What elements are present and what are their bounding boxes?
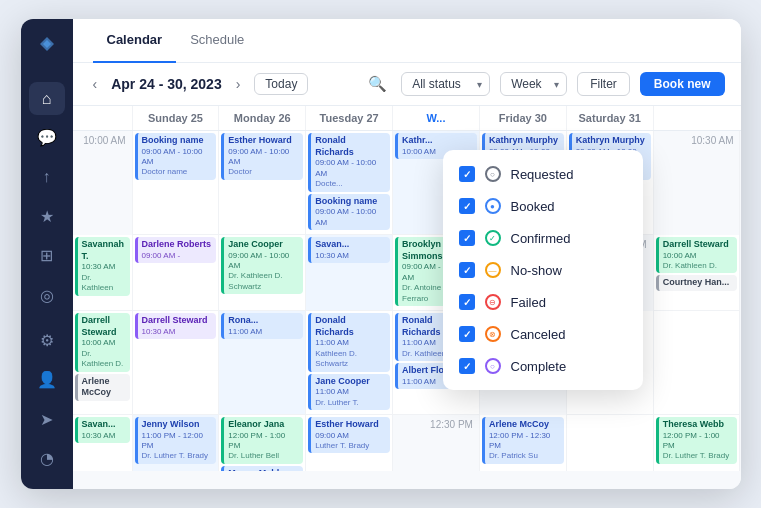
chart-icon[interactable]: ◔ — [29, 442, 65, 475]
cell-tue-1200[interactable]: Savan... 10:30 AM — [73, 415, 133, 471]
dot-failed: ⊖ — [485, 294, 501, 310]
cell-mon-1100[interactable]: Darrell Steward 10:00 AM Dr. Kathleen D.… — [73, 311, 133, 415]
app-window: ⌂ 💬 ↑ ★ ⊞ ◎ ⚙ 👤 ➤ ◔ Calendar Schedule ‹ … — [21, 19, 741, 489]
appt-courtney-sun[interactable]: Courtney Han... — [656, 275, 738, 291]
date-range: Apr 24 - 30, 2023 — [111, 76, 222, 92]
cell-wed-1030[interactable]: Savan... 10:30 AM — [306, 235, 393, 311]
home-icon[interactable]: ⌂ — [29, 82, 65, 115]
settings-icon[interactable]: ⚙ — [29, 324, 65, 357]
app-logo — [36, 33, 58, 60]
users-icon[interactable]: 👤 — [29, 363, 65, 396]
search-icon[interactable]: 🔍 — [364, 71, 391, 97]
sidebar: ⌂ 💬 ↑ ★ ⊞ ◎ ⚙ 👤 ➤ ◔ — [21, 19, 73, 489]
checkbox-complete — [459, 358, 475, 374]
appt-arlene-mon[interactable]: Arlene McCoy — [75, 374, 130, 401]
appt-esther[interactable]: Esther Howard 09:00 AM - 10:00 AM Doctor — [221, 133, 303, 180]
checkbox-booked — [459, 198, 475, 214]
status-item-complete[interactable]: ○ Complete — [443, 350, 643, 382]
appt-darrell-tue[interactable]: Darrell Steward 10:30 AM — [135, 313, 217, 339]
status-label-confirmed: Confirmed — [511, 231, 571, 246]
status-item-failed[interactable]: ⊖ Failed — [443, 286, 643, 318]
cell-fri-1100[interactable]: Donald Richards 11:00 AM Kathleen D. Sch… — [306, 311, 393, 415]
status-select-wrapper: All status — [401, 72, 490, 96]
grid-header: Sunday 25 Monday 26 Tuesday 27 W... Frid… — [73, 106, 741, 131]
day-header-4: Friday 30 — [480, 106, 567, 130]
appt-donald-fri[interactable]: Donald Richards 11:00 AM Kathleen D. Sch… — [308, 313, 390, 372]
cell-tue-1100[interactable]: Darrell Steward 10:30 AM — [133, 311, 220, 415]
next-arrow[interactable]: › — [232, 74, 245, 94]
appt-rona-wed[interactable]: Rona... 11:00 AM — [221, 313, 303, 339]
calendar-header: ‹ Apr 24 - 30, 2023 › Today 🔍 All status… — [73, 63, 741, 106]
appt-jenny[interactable]: Jenny Wilson 11:00 PM - 12:00 PM Dr. Lut… — [135, 417, 217, 464]
status-item-canceled[interactable]: ⊗ Canceled — [443, 318, 643, 350]
today-button[interactable]: Today — [254, 73, 308, 95]
cell-sun-1100[interactable]: Darrell Steward 10:00 AM Dr. Kathleen D.… — [654, 235, 741, 311]
appt-moses[interactable]: Moses Maldon... 11:00 AM Dr. Luther — [221, 466, 303, 471]
status-select[interactable]: All status — [401, 72, 490, 96]
appt-savan-wed[interactable]: Savan... 10:30 AM — [308, 237, 390, 263]
cell-sun-1230[interactable]: Arlene McCoy 12:00 PM - 12:30 PM Dr. Pat… — [480, 415, 567, 471]
cell-tue-1030[interactable]: Jane Cooper 09:00 AM - 10:00 AM Dr. Kath… — [219, 235, 306, 311]
prev-arrow[interactable]: ‹ — [89, 74, 102, 94]
cell-sun-1000[interactable]: Booking name 09:00 AM - 10:00 AM Doctor … — [133, 131, 220, 235]
appt-jane-fri[interactable]: Jane Cooper 11:00 AM Dr. Luther T. — [308, 374, 390, 410]
time-header — [73, 106, 133, 130]
appt-booking2[interactable]: Booking name 09:00 AM - 10:00 AM — [308, 194, 390, 230]
appt-ronald[interactable]: Ronald Richards 09:00 AM - 10:00 AM Doct… — [308, 133, 390, 192]
upload-icon[interactable]: ↑ — [29, 161, 65, 194]
status-item-confirmed[interactable]: ✓ Confirmed — [443, 222, 643, 254]
week-select[interactable]: Week — [500, 72, 567, 96]
time-1230: 12:30 PM — [393, 415, 480, 471]
appt-savan-tue-12[interactable]: Savan... 10:30 AM — [75, 417, 130, 443]
cell-mon-1230[interactable] — [567, 415, 654, 471]
cell-mon-1030[interactable]: Darlene Roberts 09:00 AM - — [133, 235, 220, 311]
dot-confirmed: ✓ — [485, 230, 501, 246]
tab-schedule[interactable]: Schedule — [176, 19, 258, 63]
status-item-requested[interactable]: ○ Requested — [443, 158, 643, 190]
cell-sun-1030[interactable]: Savannah T. 10:30 AM Dr. Kathleen — [73, 235, 133, 311]
appt-darrell-sun[interactable]: Darrell Steward 10:00 AM Dr. Kathleen D. — [656, 237, 738, 273]
day-header-5: Saturday 31 — [567, 106, 654, 130]
day-header-0: Sunday 25 — [133, 106, 220, 130]
day-header-3: W... — [393, 106, 480, 130]
status-dropdown: ○ Requested ● Booked ✓ Confirmed — No-sh… — [443, 150, 643, 390]
star-icon[interactable]: ★ — [29, 200, 65, 233]
dot-complete: ○ — [485, 358, 501, 374]
status-label-noshow: No-show — [511, 263, 562, 278]
dot-noshow: — — [485, 262, 501, 278]
cell-mon-1000[interactable]: Esther Howard 09:00 AM - 10:00 AM Doctor — [219, 131, 306, 235]
dot-booked: ● — [485, 198, 501, 214]
appt-theresa[interactable]: Theresa Webb 12:00 PM - 1:00 PM Dr. Luth… — [656, 417, 738, 464]
checkbox-requested — [459, 166, 475, 182]
time-1030: 10:30 AM — [654, 131, 741, 235]
send-icon[interactable]: ➤ — [29, 402, 65, 435]
appt-booking-name[interactable]: Booking name 09:00 AM - 10:00 AM Doctor … — [135, 133, 217, 180]
grid-icon[interactable]: ⊞ — [29, 239, 65, 272]
appt-esther-sat[interactable]: Esther Howard 09:00 AM Luther T. Brady — [308, 417, 390, 453]
appt-savannah[interactable]: Savannah T. 10:30 AM Dr. Kathleen — [75, 237, 130, 296]
dot-requested: ○ — [485, 166, 501, 182]
cell-mon-1200[interactable] — [654, 311, 741, 415]
book-new-button[interactable]: Book new — [640, 72, 725, 96]
cell-tue-1230[interactable]: Theresa Webb 12:00 PM - 1:00 PM Dr. Luth… — [654, 415, 741, 471]
cell-wed-1200[interactable]: Jenny Wilson 11:00 PM - 12:00 PM Dr. Lut… — [133, 415, 220, 471]
chat-icon[interactable]: 💬 — [29, 121, 65, 154]
appt-darrell-mon[interactable]: Darrell Steward 10:00 AM Dr. Kathleen D. — [75, 313, 130, 372]
location-icon[interactable]: ◎ — [29, 278, 65, 311]
filter-button[interactable]: Filter — [577, 72, 630, 96]
appt-darlene[interactable]: Darlene Roberts 09:00 AM - — [135, 237, 217, 263]
status-label-requested: Requested — [511, 167, 574, 182]
tab-calendar[interactable]: Calendar — [93, 19, 177, 63]
appt-eleanor[interactable]: Eleanor Jana 12:00 PM - 1:00 PM Dr. Luth… — [221, 417, 303, 464]
cell-wed-1100[interactable]: Rona... 11:00 AM — [219, 311, 306, 415]
checkbox-canceled — [459, 326, 475, 342]
time-1000: 10:00 AM — [73, 131, 133, 235]
appt-jane-cooper[interactable]: Jane Cooper 09:00 AM - 10:00 AM Dr. Kath… — [221, 237, 303, 294]
cell-tue-1000[interactable]: Ronald Richards 09:00 AM - 10:00 AM Doct… — [306, 131, 393, 235]
cell-fri-1200[interactable]: Eleanor Jana 12:00 PM - 1:00 PM Dr. Luth… — [219, 415, 306, 471]
appt-arlene-sun-12[interactable]: Arlene McCoy 12:00 PM - 12:30 PM Dr. Pat… — [482, 417, 564, 464]
cell-sat-1200[interactable]: Esther Howard 09:00 AM Luther T. Brady — [306, 415, 393, 471]
status-label-booked: Booked — [511, 199, 555, 214]
status-item-noshow[interactable]: — No-show — [443, 254, 643, 286]
status-item-booked[interactable]: ● Booked — [443, 190, 643, 222]
